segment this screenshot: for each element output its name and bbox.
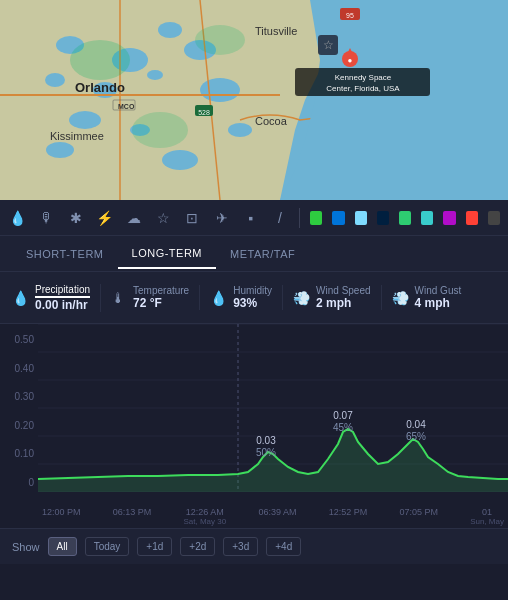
svg-text:528: 528 — [198, 109, 210, 116]
y-label-1: 0.40 — [15, 363, 34, 374]
svg-text:95: 95 — [346, 12, 354, 19]
line-icon[interactable]: / — [270, 207, 289, 229]
tab-long-term[interactable]: LONG-TERM — [118, 239, 217, 269]
svg-text:Orlando: Orlando — [75, 80, 125, 95]
svg-text:Kennedy Space: Kennedy Space — [335, 73, 392, 82]
bottom-bar: Show All Today +1d +2d +3d +4d — [0, 528, 508, 564]
tab-short-term[interactable]: SHORT-TERM — [12, 240, 118, 268]
svg-text:Titusville: Titusville — [255, 25, 297, 37]
wind-gust-value: 4 mph — [415, 296, 462, 310]
cloud-icon[interactable]: ☁ — [125, 207, 144, 229]
humidity-value: 93% — [233, 296, 272, 310]
metrics-bar: 💧 Precipitation 0.00 in/hr 🌡 Temperature… — [0, 272, 508, 324]
svg-text:MCO: MCO — [118, 103, 135, 110]
svg-point-9 — [147, 70, 163, 80]
temperature-value: 72 °F — [133, 296, 189, 310]
color-red[interactable] — [466, 211, 478, 225]
y-label-4: 0.10 — [15, 448, 34, 459]
lightning-icon[interactable]: ⚡ — [95, 207, 114, 229]
wind-speed-value: 2 mph — [316, 296, 370, 310]
svg-text:●: ● — [348, 56, 353, 65]
x-label-1: 06:13 PM — [113, 507, 152, 526]
svg-point-6 — [45, 73, 65, 87]
color-green[interactable] — [310, 211, 322, 225]
metric-temperature[interactable]: 🌡 Temperature 72 °F — [101, 285, 200, 310]
svg-point-12 — [46, 142, 74, 158]
wind-speed-icon: 💨 — [293, 290, 310, 306]
svg-text:45%: 45% — [333, 422, 353, 433]
svg-point-41 — [132, 112, 188, 148]
svg-text:Center, Florida, USA: Center, Florida, USA — [326, 84, 400, 93]
period-today[interactable]: Today — [85, 537, 130, 556]
color-navy[interactable] — [377, 211, 389, 225]
color-dark[interactable] — [488, 211, 500, 225]
color-teal[interactable] — [399, 211, 411, 225]
period-all[interactable]: All — [48, 537, 77, 556]
svg-text:Cocoa: Cocoa — [255, 115, 288, 127]
y-label-3: 0.20 — [15, 420, 34, 431]
color-lightblue[interactable] — [355, 211, 367, 225]
precipitation-label: Precipitation — [35, 284, 90, 298]
metric-wind-speed[interactable]: 💨 Wind Speed 2 mph — [283, 285, 381, 310]
x-label-4: 12:52 PM — [329, 507, 368, 526]
precipitation-icon: 💧 — [12, 290, 29, 306]
mic-icon[interactable]: 🎙 — [37, 207, 56, 229]
svg-point-11 — [69, 111, 101, 129]
tab-metar-taf[interactable]: METAR/TAF — [216, 240, 309, 268]
y-label-5: 0 — [28, 477, 34, 488]
svg-point-16 — [162, 150, 198, 170]
period-plus1d[interactable]: +1d — [137, 537, 172, 556]
x-axis: 12:00 PM 06:13 PM 12:26 AM Sat, May 30 0… — [38, 507, 508, 526]
svg-text:0.07: 0.07 — [333, 410, 353, 421]
tabs-bar: SHORT-TERM LONG-TERM METAR/TAF — [0, 236, 508, 272]
square-icon[interactable]: ▪ — [241, 207, 260, 229]
x-label-5: 07:05 PM — [399, 507, 438, 526]
svg-point-39 — [70, 40, 130, 80]
toolbar-separator — [299, 208, 300, 228]
x-label-6: 01 Sun, May — [470, 507, 504, 526]
map-section[interactable]: 528 MCO Orlando Kissimmee Titusville Coc… — [0, 0, 508, 200]
svg-point-15 — [228, 123, 252, 137]
settings-icon[interactable]: ✱ — [66, 207, 85, 229]
toolbar: 💧 🎙 ✱ ⚡ ☁ ☆ ⊡ ✈ ▪ / — [0, 200, 508, 236]
metric-precipitation[interactable]: 💧 Precipitation 0.00 in/hr — [12, 284, 101, 312]
metric-wind-gust[interactable]: 💨 Wind Gust 4 mph — [382, 285, 472, 310]
temperature-label: Temperature — [133, 285, 189, 296]
wind-gust-label: Wind Gust — [415, 285, 462, 296]
color-blue[interactable] — [332, 211, 344, 225]
show-label: Show — [12, 541, 40, 553]
temperature-icon: 🌡 — [111, 290, 127, 306]
svg-text:0.04: 0.04 — [406, 419, 426, 430]
airplane-icon[interactable]: ✈ — [212, 207, 231, 229]
humidity-icon: 💧 — [210, 290, 227, 306]
svg-point-7 — [158, 22, 182, 38]
x-label-3: 06:39 AM — [258, 507, 296, 526]
period-plus3d[interactable]: +3d — [223, 537, 258, 556]
y-label-0: 0.50 — [15, 334, 34, 345]
svg-point-14 — [200, 78, 240, 102]
star-icon[interactable]: ☆ — [154, 207, 173, 229]
svg-text:50%: 50% — [256, 447, 276, 458]
color-cyan[interactable] — [421, 211, 433, 225]
precipitation-tool-icon[interactable]: 💧 — [8, 207, 27, 229]
grid-icon[interactable]: ⊡ — [183, 207, 202, 229]
wind-gust-icon: 💨 — [392, 290, 409, 306]
y-label-2: 0.30 — [15, 391, 34, 402]
wind-speed-label: Wind Speed — [316, 285, 370, 296]
svg-text:65%: 65% — [406, 431, 426, 442]
period-plus2d[interactable]: +2d — [180, 537, 215, 556]
svg-text:Kissimmee: Kissimmee — [50, 130, 104, 142]
period-plus4d[interactable]: +4d — [266, 537, 301, 556]
humidity-label: Humidity — [233, 285, 272, 296]
svg-text:0.03: 0.03 — [256, 435, 276, 446]
x-label-2: 12:26 AM Sat, May 30 — [184, 507, 227, 526]
svg-point-40 — [195, 25, 245, 55]
chart-svg: 0.03 50% 0.07 45% 0.04 65% — [38, 324, 508, 492]
chart-section: 0.50 0.40 0.30 0.20 0.10 0 0.03 50% 0.07… — [0, 324, 508, 528]
color-purple[interactable] — [443, 211, 455, 225]
y-axis: 0.50 0.40 0.30 0.20 0.10 0 — [0, 334, 38, 488]
svg-text:☆: ☆ — [323, 38, 334, 52]
metric-humidity[interactable]: 💧 Humidity 93% — [200, 285, 283, 310]
precipitation-value: 0.00 in/hr — [35, 298, 90, 312]
x-label-0: 12:00 PM — [42, 507, 81, 526]
